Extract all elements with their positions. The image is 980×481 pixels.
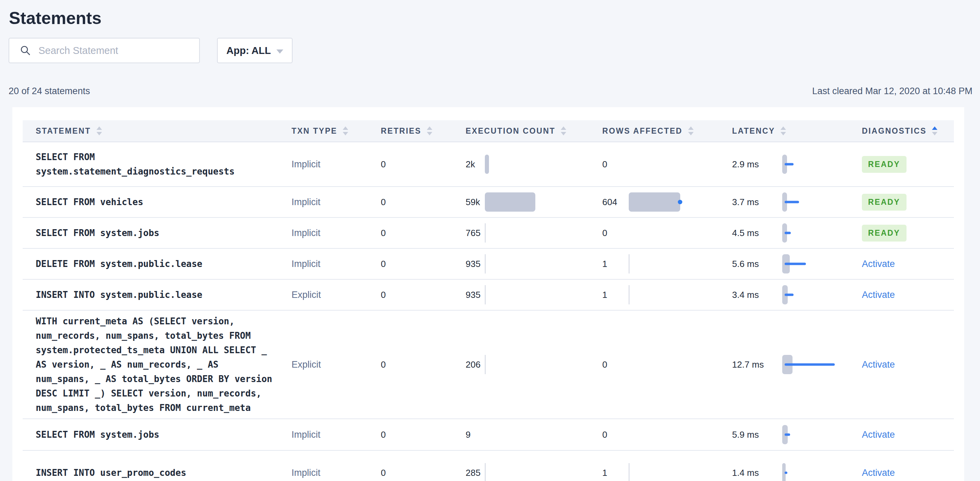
txn-type-value: Implicit: [291, 197, 320, 207]
latency-value: 5.9 ms: [732, 430, 782, 440]
table-row: SELECT FROM system.jobsImplicit076504.5 …: [23, 218, 954, 249]
txn-type-value: Implicit: [291, 430, 320, 440]
column-header-label: ROWS AFFECTED: [602, 126, 682, 136]
execution-count-value: 59k: [466, 197, 485, 207]
sort-arrows-icon: [343, 126, 348, 135]
diagnostics-cell: Activate: [862, 430, 954, 440]
latency-bar-chart: [782, 254, 844, 274]
statement-cell: WITH current_meta AS (SELECT version, nu…: [23, 314, 291, 415]
sort-arrows-icon: [427, 126, 432, 135]
column-header-diagnostics[interactable]: DIAGNOSTICS: [862, 126, 954, 136]
statement-link[interactable]: INSERT INTO system.public.lease: [36, 288, 276, 302]
txn-type-cell: Implicit: [291, 430, 381, 440]
latency-mean-bar: [784, 363, 835, 366]
column-header-txn-type[interactable]: TXN TYPE: [291, 126, 381, 136]
column-header-statement[interactable]: STATEMENT: [23, 126, 291, 136]
latency-mean-bar: [784, 263, 806, 265]
rows-affected-dot: [678, 200, 682, 204]
txn-type-value: Explicit: [291, 359, 321, 370]
sort-up-icon: [688, 126, 694, 130]
execution-count-bar: [485, 425, 602, 444]
column-header-label: EXECUTION COUNT: [466, 126, 555, 136]
search-input[interactable]: [9, 38, 199, 62]
latency-cell: 5.6 ms: [732, 254, 862, 274]
latency-mean-bar: [784, 163, 794, 166]
count-bar: [485, 254, 485, 274]
retries-cell: 0: [381, 159, 466, 170]
meta-row: 20 of 24 statements Last cleared Mar 12,…: [9, 86, 972, 97]
txn-type-cell: Implicit: [291, 159, 381, 170]
execution-count-cell: 206: [466, 355, 602, 374]
retries-value: 0: [381, 430, 386, 440]
retries-value: 0: [381, 197, 386, 207]
latency-value: 4.5 ms: [732, 228, 782, 239]
rows-affected-bar: [629, 355, 732, 374]
rows-bar: [629, 254, 629, 274]
rows-affected-cell: 0: [602, 223, 732, 242]
retries-cell: 0: [381, 259, 466, 269]
latency-cell: 4.5 ms: [732, 223, 862, 242]
latency-mean-bar: [784, 294, 794, 296]
txn-type-value: Explicit: [291, 290, 321, 300]
diagnostics-activate-link[interactable]: Activate: [862, 468, 895, 478]
column-header-latency[interactable]: LATENCY: [732, 126, 862, 136]
statement-link[interactable]: SELECT FROM system.jobs: [36, 226, 276, 240]
retries-cell: 0: [381, 290, 466, 300]
execution-count-value: 206: [466, 359, 485, 370]
column-header-execution-count[interactable]: EXECUTION COUNT: [466, 126, 602, 136]
diagnostics-activate-link[interactable]: Activate: [862, 359, 895, 370]
rows-affected-value: 0: [602, 359, 629, 370]
diagnostics-activate-link[interactable]: Activate: [862, 430, 895, 440]
sort-down-icon: [343, 132, 348, 135]
rows-affected-value: 0: [602, 228, 629, 239]
retries-value: 0: [381, 259, 386, 269]
latency-bar-chart: [782, 425, 844, 444]
retries-value: 0: [381, 159, 386, 169]
sort-up-icon: [97, 126, 102, 130]
latency-mean-bar: [784, 472, 788, 474]
diagnostics-activate-link[interactable]: Activate: [862, 290, 895, 300]
diagnostics-activate-link[interactable]: Activate: [862, 259, 895, 269]
rows-affected-bar: [629, 463, 732, 481]
execution-count-bar: [485, 193, 602, 212]
statement-link[interactable]: DELETE FROM system.public.lease: [36, 256, 276, 271]
latency-bar-chart: [782, 193, 844, 212]
diagnostics-ready-badge[interactable]: READY: [862, 156, 907, 173]
latency-bar-chart: [782, 355, 844, 374]
execution-count-bar: [485, 154, 602, 174]
statement-cell: SELECT FROM vehicles: [23, 195, 291, 209]
latency-value: 12.7 ms: [732, 359, 782, 370]
statement-link[interactable]: SELECT FROM system.jobs: [36, 427, 276, 442]
latency-cell: 3.4 ms: [732, 285, 862, 304]
rows-affected-cell: 1: [602, 463, 732, 481]
rows-affected-value: 0: [602, 159, 629, 170]
retries-cell: 0: [381, 359, 466, 370]
search-box: [9, 38, 200, 63]
count-bar: [485, 223, 485, 242]
txn-type-value: Implicit: [291, 259, 320, 269]
statement-link[interactable]: INSERT INTO user_promo_codes: [36, 465, 276, 480]
sort-up-icon: [427, 126, 432, 130]
column-header-rows-affected[interactable]: ROWS AFFECTED: [602, 126, 732, 136]
execution-count-cell: 2k: [466, 154, 602, 174]
execution-count-bar: [485, 223, 602, 242]
rows-affected-cell: 0: [602, 355, 732, 374]
latency-cell: 3.7 ms: [732, 193, 862, 212]
statement-cell: INSERT INTO system.public.lease: [23, 288, 291, 302]
statement-link[interactable]: SELECT FROM vehicles: [36, 195, 276, 209]
txn-type-value: Implicit: [291, 159, 320, 169]
count-bar: [485, 285, 485, 304]
statement-link[interactable]: WITH current_meta AS (SELECT version, nu…: [36, 314, 276, 415]
execution-count-cell: 935: [466, 285, 602, 304]
column-header-retries[interactable]: RETRIES: [381, 126, 466, 136]
diagnostics-ready-badge[interactable]: READY: [862, 194, 907, 210]
statement-link[interactable]: SELECT FROM system.statement_diagnostics…: [36, 150, 276, 178]
execution-count-cell: 59k: [466, 193, 602, 212]
retries-value: 0: [381, 290, 386, 300]
execution-count-value: 935: [466, 259, 485, 269]
diagnostics-ready-badge[interactable]: READY: [862, 225, 907, 242]
rows-bar: [629, 193, 680, 212]
statement-cell: SELECT FROM system.statement_diagnostics…: [23, 150, 291, 178]
app-filter-dropdown[interactable]: App: ALL: [217, 38, 293, 63]
rows-affected-value: 0: [602, 430, 629, 440]
